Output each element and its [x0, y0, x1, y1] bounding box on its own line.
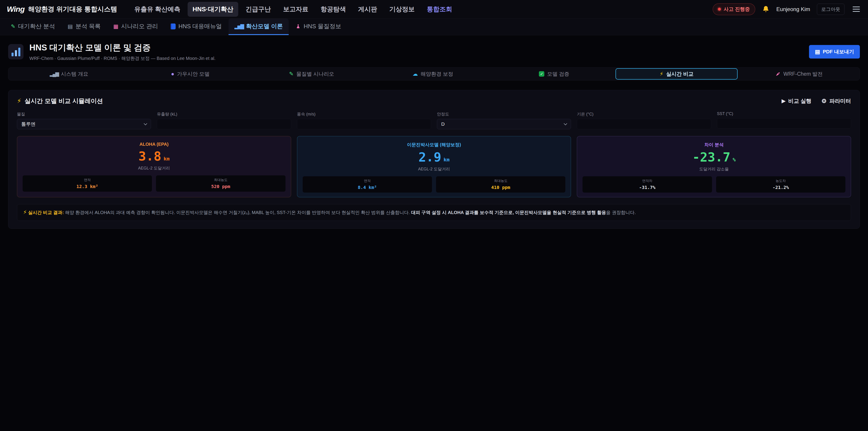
stat-label: 면적차	[584, 179, 710, 183]
incident-status-badge[interactable]: 사고 진행중	[713, 3, 755, 15]
user-name: Eunjeong Kim	[776, 6, 810, 12]
wind-speed-input[interactable]	[297, 119, 431, 129]
incident-status-label: 사고 진행중	[723, 6, 750, 13]
alert-dot-icon	[718, 8, 721, 11]
menu-integrated-search[interactable]: 통합조회	[422, 2, 457, 17]
card-stats: 면적차 -31.7% 농도차 -21.2%	[583, 176, 845, 192]
lee-model-result-card: 이문진박사모델 (해양보정) 2.9 km AEGL-2 도달거리 면적 8.4…	[297, 136, 571, 197]
simulation-form: 물질 톨루엔 유출량 (kL) 풍속 (m/s) 안정도 D 기온 (°C)	[17, 112, 851, 129]
chart-bars-icon: ▂▅▇	[235, 24, 243, 29]
menu-hns-atmospheric[interactable]: HNS·대기확산	[188, 2, 238, 17]
stat-area-diff: 면적차 -31.7%	[583, 176, 712, 192]
tab-label: HNS 대응매뉴얼	[178, 22, 222, 30]
card-caption: AEGL-2 도달거리	[303, 166, 565, 172]
play-icon: ▶	[782, 98, 785, 103]
field-air-temp: 기온 (°C)	[577, 112, 711, 129]
card-value: -23.7	[692, 150, 731, 164]
stat-area: 면적 8.4 km²	[303, 176, 432, 192]
stability-select-value: D	[441, 121, 445, 127]
menu-aerial-search[interactable]: 항공탐색	[315, 2, 351, 17]
tab-atmospheric-analysis[interactable]: ✎ 대기확산 분석	[5, 19, 61, 35]
gear-icon: ⚙	[822, 98, 827, 104]
main-menu: 유출유 확산예측 HNS·대기확산 긴급구난 보고자료 항공탐색 게시판 기상정…	[129, 2, 457, 17]
logout-button[interactable]: 로그아웃	[817, 4, 844, 15]
sst-input[interactable]	[717, 118, 851, 129]
stat-value: 12.3 km²	[24, 184, 150, 189]
top-navbar: Wing 해양환경 위기대응 통합시스템 유출유 확산예측 HNS·대기확산 긴…	[0, 0, 868, 19]
stat-max-concentration: 최대농도 520 ppm	[156, 175, 285, 192]
note-emphasis: 대피 구역 설정 시 ALOHA 결과를 보수적 기준으로, 이문진박사모델을 …	[411, 210, 606, 215]
realtime-comparison-panel: ⚡ 실시간 모델 비교 시뮬레이션 ▶ 비교 실행 ⚙ 파라미터 물질 톨루엔 …	[8, 90, 860, 229]
section-tab-label: 물질별 시나리오	[296, 70, 334, 78]
section-tab-label: 가우시안 모델	[177, 70, 210, 78]
tab-hns-response-manual[interactable]: HNS 대응매뉴얼	[165, 19, 228, 35]
hamburger-menu-icon[interactable]	[851, 5, 861, 13]
menu-emergency-rescue[interactable]: 긴급구난	[241, 2, 276, 17]
section-tab-gaussian-model[interactable]: ● 가우시안 모델	[130, 68, 251, 80]
tab-scenario-management[interactable]: ▦ 시나리오 관리	[107, 19, 164, 35]
page-title-block: HNS 대기확산 모델 이론 및 검증 WRF-Chem · Gaussian …	[29, 42, 215, 61]
stability-select[interactable]: D	[437, 119, 571, 129]
menu-weather-info[interactable]: 기상정보	[384, 2, 420, 17]
menu-oil-spill-prediction[interactable]: 유출유 확산예측	[129, 2, 185, 17]
panel-actions: ▶ 비교 실행 ⚙ 파라미터	[782, 97, 851, 105]
field-label: 물질	[17, 112, 151, 117]
stat-concentration-diff: 농도차 -21.2%	[716, 176, 845, 192]
section-tabs: ▂▄▆ 시스템 개요 ● 가우시안 모델 ✎ 물질별 시나리오 ☁ 해양환경 보…	[8, 67, 860, 81]
menu-board[interactable]: 게시판	[353, 2, 382, 17]
section-tab-label: 모델 검증	[547, 70, 569, 78]
section-tab-marine-correction[interactable]: ☁ 해양환경 보정	[372, 68, 494, 80]
field-label: 기온 (°C)	[577, 112, 711, 117]
stat-value: -21.2%	[718, 185, 844, 190]
section-tab-wrf-chem[interactable]: WRF-Chem 발전	[738, 68, 860, 80]
field-label: 유출량 (kL)	[157, 112, 291, 117]
card-caption: AEGL-2 도달거리	[23, 165, 285, 171]
parameters-button[interactable]: ⚙ 파라미터	[822, 97, 851, 105]
field-substance: 물질 톨루엔	[17, 112, 151, 129]
field-stability: 안정도 D	[437, 112, 571, 129]
chart-small-icon: ▂▄▆	[50, 71, 58, 76]
spill-amount-input[interactable]	[157, 119, 291, 129]
tab-label: HNS 물질정보	[304, 22, 341, 30]
app-logo[interactable]: Wing	[7, 5, 25, 13]
tab-label: 확산모델 이론	[246, 22, 283, 30]
section-tab-model-validation[interactable]: ✓ 모델 검증	[493, 68, 615, 80]
stat-area: 면적 12.3 km²	[23, 175, 152, 192]
air-temp-input[interactable]	[577, 119, 711, 129]
menu-reports[interactable]: 보고자료	[278, 2, 313, 17]
card-value: 2.9	[418, 150, 441, 164]
section-tab-label: 실시간 비교	[666, 70, 693, 78]
document-icon: ▤	[68, 24, 73, 29]
topnav-right: 사고 진행중 Eunjeong Kim 로그아웃	[713, 3, 861, 15]
substance-select[interactable]: 톨루엔	[17, 119, 151, 129]
stat-value: 8.4 km²	[305, 185, 430, 190]
lightning-icon: ⚡	[23, 209, 27, 215]
tab-hns-substance-info[interactable]: HNS 물질정보	[289, 19, 347, 35]
section-tab-label: 시스템 개요	[61, 70, 88, 78]
card-unit: km	[443, 157, 450, 162]
run-comparison-label: 비교 실행	[788, 97, 811, 105]
note-tail: 을 권장합니다.	[606, 210, 636, 215]
section-tab-realtime-comparison[interactable]: ⚡ 실시간 비교	[616, 68, 738, 80]
pdf-export-button[interactable]: ▤ PDF 내보내기	[809, 45, 860, 59]
chevron-down-icon	[564, 122, 567, 125]
stat-label: 면적	[24, 178, 150, 182]
card-stats: 면적 8.4 km² 최대농도 410 ppm	[303, 176, 565, 192]
note-body: 해양 환경에서 ALOHA의 과대 예측 경향이 확인됩니다. 이문진박사모델은…	[64, 210, 411, 215]
page-subtitle: WRF-Chem · Gaussian Plume/Puff · ROMS · …	[29, 55, 215, 61]
chevron-down-icon	[144, 122, 147, 125]
export-doc-icon: ▤	[815, 49, 820, 55]
run-comparison-button[interactable]: ▶ 비교 실행	[782, 97, 811, 105]
lightning-icon: ⚡	[659, 71, 663, 76]
tab-diffusion-model-theory[interactable]: ▂▅▇ 확산모델 이론	[228, 19, 289, 35]
cloud-icon: ☁	[412, 71, 418, 76]
flask-icon	[296, 24, 301, 29]
tab-analysis-list[interactable]: ▤ 분석 목록	[62, 19, 106, 35]
notification-bell-icon[interactable]	[762, 5, 770, 13]
field-label: 풍속 (m/s)	[297, 112, 431, 117]
section-tab-substance-scenarios[interactable]: ✎ 물질별 시나리오	[251, 68, 372, 80]
section-tab-system-overview[interactable]: ▂▄▆ 시스템 개요	[8, 68, 130, 80]
page-title: HNS 대기확산 모델 이론 및 검증	[29, 42, 215, 53]
card-stats: 면적 12.3 km² 최대농도 520 ppm	[23, 175, 285, 192]
pdf-export-label: PDF 내보내기	[823, 49, 854, 55]
